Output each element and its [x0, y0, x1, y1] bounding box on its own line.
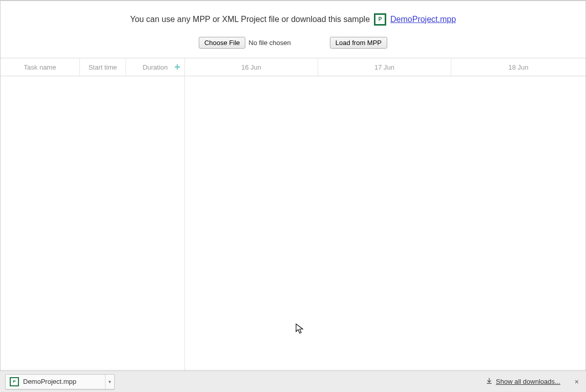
show-all-downloads-label: Show all downloads... [496, 378, 560, 385]
grid-body-col-duration[interactable] [126, 76, 185, 391]
file-status-text: No file chosen [248, 39, 290, 47]
download-chip[interactable]: P DemoProject.mpp ▾ [5, 374, 115, 389]
close-icon[interactable]: × [573, 376, 581, 388]
download-icon [486, 377, 493, 386]
timeline-date-2-label: 17 Jun [374, 63, 394, 71]
timeline-header-date-2[interactable]: 17 Jun [318, 58, 451, 76]
col-header-duration-label: Duration [142, 63, 168, 71]
col-header-task[interactable]: Task name [1, 58, 80, 76]
add-column-icon[interactable]: + [174, 62, 180, 72]
timeline-date-3-label: 18 Jun [508, 63, 528, 71]
choose-file-button[interactable]: Choose File [199, 37, 245, 49]
sample-link[interactable]: DemoProject.mpp [390, 15, 456, 24]
chevron-down-icon[interactable]: ▾ [105, 375, 114, 389]
col-header-task-label: Task name [24, 63, 56, 71]
intro-area: You can use any MPP or XML Project file … [1, 1, 585, 58]
timeline-header-date-3[interactable]: 18 Jun [451, 58, 585, 76]
col-header-start[interactable]: Start time [80, 58, 126, 76]
downloads-bar: P DemoProject.mpp ▾ Show all downloads..… [0, 371, 586, 392]
intro-text: You can use any MPP or XML Project file … [130, 15, 370, 24]
timeline-header-date-1[interactable]: 16 Jun [185, 58, 318, 76]
load-from-mpp-button[interactable]: Load from MPP [330, 37, 387, 49]
timeline-date-1-label: 16 Jun [241, 63, 261, 71]
ms-project-icon: P [10, 377, 19, 386]
col-header-start-label: Start time [89, 63, 117, 71]
grid-header-row: Task name Start time Duration + 16 Jun 1… [1, 58, 585, 76]
ms-project-icon: P [374, 13, 386, 26]
gantt-grid: Task name Start time Duration + 16 Jun 1… [1, 58, 585, 391]
grid-body-col-start[interactable] [80, 76, 126, 391]
gantt-chart-area[interactable] [185, 76, 585, 391]
grid-body-col-task[interactable] [1, 76, 80, 391]
col-header-duration[interactable]: Duration + [126, 58, 185, 76]
show-all-downloads-link[interactable]: Show all downloads... [486, 377, 560, 386]
download-chip-label: DemoProject.mpp [23, 378, 76, 385]
